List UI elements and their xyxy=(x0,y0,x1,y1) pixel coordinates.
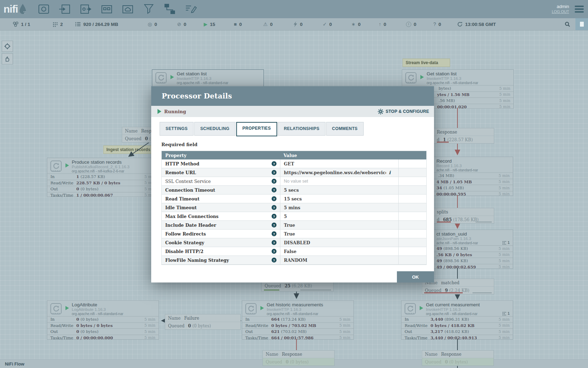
connection-response-bottom-middle[interactable]: NameResponse Queued0 (0 bytes) xyxy=(262,350,335,366)
processor-bundle: org.apache.nifi - nifi-standard-nar xyxy=(427,81,478,85)
funnel-icon[interactable] xyxy=(142,3,155,15)
disabled-status: 0 xyxy=(293,18,303,30)
help-icon[interactable]: ? xyxy=(272,188,276,192)
running-triangle-icon xyxy=(65,163,69,168)
processor-bundle: org.apache.nifi - nifi-standard-nar xyxy=(72,312,123,316)
running-triangle-icon xyxy=(170,75,174,79)
invalid-status: ⚠ 0 xyxy=(263,18,273,30)
processor-type: Record 1.16.3 xyxy=(436,164,462,168)
processor-title: Get station list xyxy=(177,71,207,76)
birdseye-toggle-button[interactable] xyxy=(575,18,588,30)
running-triangle-icon xyxy=(420,306,423,310)
tab-relationships[interactable]: RELATIONSHIPS xyxy=(278,122,326,136)
tab-scheduling[interactable]: SCHEDULING xyxy=(194,122,235,136)
connection-response-bottom-right[interactable]: NameResponse Queued0 (0 bytes) xyxy=(422,350,494,366)
running-triangle-icon xyxy=(420,75,424,79)
process-group-icon[interactable] xyxy=(100,3,113,15)
help-icon[interactable]: ? xyxy=(272,161,276,166)
output-port-icon[interactable] xyxy=(79,3,92,15)
processor-bundle: org.apache.nifi - nifi-standard-nar xyxy=(177,81,228,85)
nifi-logo-text: nifi xyxy=(4,1,18,17)
canvas-label-stream-live-data[interactable]: Stream live-data xyxy=(402,59,450,67)
ok-button[interactable]: OK xyxy=(397,271,434,282)
property-row[interactable]: Read Timeout? 15 secs xyxy=(162,194,426,203)
up-arrow-icon: ↑ xyxy=(379,21,381,27)
navigate-palette-button[interactable] xyxy=(2,41,13,52)
threads-icon xyxy=(52,22,58,27)
properties-table: Property Value HTTP Method? GET Remote U… xyxy=(161,151,427,265)
property-row[interactable]: Disable HTTP/2? False xyxy=(162,247,426,255)
processor-title: Produce station records xyxy=(72,159,122,165)
input-port-icon[interactable] xyxy=(58,3,71,15)
property-row[interactable]: HTTP Method? GET xyxy=(162,159,426,168)
processor-type: InvokeHTTP 1.16.3 xyxy=(426,307,461,312)
processor-stamp-icon xyxy=(155,72,167,84)
processor-produce-station-records[interactable]: Produce station records PublishKafkaReco… xyxy=(47,158,159,197)
queued-status: 920 / 264.29 MB xyxy=(75,18,118,30)
stop-and-configure-button[interactable]: STOP & CONFIGURE xyxy=(378,109,429,115)
last-refresh[interactable]: 13:00:58 GMT xyxy=(457,18,496,30)
help-icon[interactable]: ? xyxy=(272,196,276,201)
processor-stamp-icon xyxy=(404,303,416,315)
processor-get-current-measurement[interactable]: Get current measurement InvokeHTTP 1.16.… xyxy=(401,300,513,340)
connection-queued-25[interactable]: Queued25 (6.28 KB) xyxy=(261,282,334,292)
property-row[interactable]: Include Date Header? True xyxy=(162,220,426,229)
queue-progress-bar xyxy=(264,289,279,291)
help-icon[interactable]: ? xyxy=(272,231,276,236)
template-icon[interactable] xyxy=(163,3,176,15)
property-row[interactable]: Attributes to Send? No value set xyxy=(162,264,426,265)
question-icon: ? xyxy=(433,21,436,27)
processor-stamp-icon xyxy=(245,303,257,315)
processor-logattribute[interactable]: LogAttribute LogAttribute 1.16.3 org.apa… xyxy=(47,300,159,340)
app-header: nifi xyxy=(0,0,588,18)
processor-type: InvokeHTTP 1.16.3 xyxy=(177,76,211,81)
search-button[interactable] xyxy=(565,18,570,30)
stopped-status: ■ 0 xyxy=(234,18,242,30)
queue-list-icon xyxy=(75,22,81,27)
processor-icon[interactable] xyxy=(37,3,50,15)
cluster-icon xyxy=(13,21,19,27)
tab-comments[interactable]: COMMENTS xyxy=(326,122,364,136)
processor-title: Record xyxy=(436,158,452,164)
processor-type: InvokeHTTP 1.16.3 xyxy=(427,76,461,81)
help-icon[interactable]: ? xyxy=(272,240,276,245)
active-thread-badge: 1 xyxy=(502,240,510,245)
global-menu-icon[interactable] xyxy=(575,6,584,13)
property-row[interactable]: FlowFile Naming Strategy? RANDOM xyxy=(162,255,426,264)
processor-title: LogAttribute xyxy=(72,302,97,307)
help-icon[interactable]: ? xyxy=(272,205,276,210)
locally-modified-status: ∗ 0 xyxy=(351,18,360,30)
property-row[interactable]: Remote URL? https://www.pegelonline.wsv.… xyxy=(162,168,426,177)
help-icon[interactable]: ? xyxy=(272,214,276,219)
help-icon[interactable]: ? xyxy=(272,258,276,263)
property-row[interactable]: Cookie Strategy? DISABLED xyxy=(162,238,426,247)
logout-link[interactable]: LOG OUT xyxy=(552,9,569,14)
processor-stamp-icon xyxy=(50,160,62,172)
label-icon[interactable] xyxy=(184,3,197,15)
property-row[interactable]: Connection Timeout? 5 secs xyxy=(162,185,426,194)
help-icon[interactable]: ? xyxy=(272,179,276,184)
breadcrumb[interactable]: NiFi Flow xyxy=(5,362,24,367)
processor-bundle: org.apache.nifi - nifi-standard-nar xyxy=(426,312,477,316)
queue-progress-bar xyxy=(300,289,331,291)
invalid-icon: ⚠ xyxy=(263,21,268,27)
info-icon[interactable]: i xyxy=(389,170,391,175)
property-row[interactable]: Idle Timeout? 5 mins xyxy=(162,203,426,212)
property-row[interactable]: SSL Context Service? No value set xyxy=(162,177,426,185)
tab-settings[interactable]: SETTINGS xyxy=(160,122,194,136)
component-toolbar xyxy=(37,3,197,15)
transmitting-status: ◎ 0 xyxy=(148,18,157,30)
help-icon[interactable]: ? xyxy=(272,170,276,175)
help-icon[interactable]: ? xyxy=(272,249,276,254)
processor-title: Get current measurement xyxy=(426,302,480,307)
tab-properties[interactable]: PROPERTIES xyxy=(236,122,277,136)
operate-palette-button[interactable] xyxy=(2,53,13,64)
help-icon[interactable]: ? xyxy=(272,223,276,227)
property-row[interactable]: Max Idle Connections? 5 xyxy=(162,212,426,220)
property-row[interactable]: Follow Redirects? True xyxy=(162,229,426,238)
not-transmitting-status: ⊘ 0 xyxy=(177,18,186,30)
remote-process-group-icon[interactable] xyxy=(121,3,134,15)
queue-progress-bar xyxy=(476,222,492,223)
connection-failure[interactable]: NameFailure Queued0 (0 bytes) xyxy=(165,314,241,330)
processor-get-historic-measurements[interactable]: Get historic measurements InvokeHTTP 1.1… xyxy=(242,300,354,340)
